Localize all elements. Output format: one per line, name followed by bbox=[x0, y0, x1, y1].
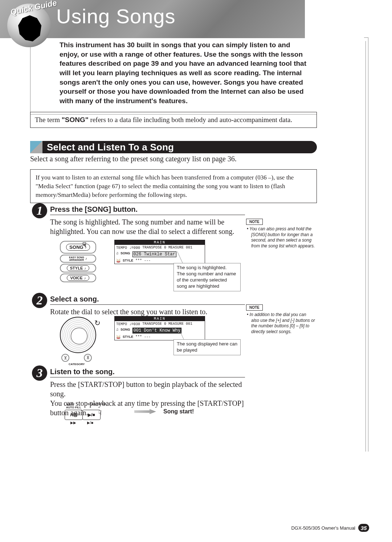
lcd1-tempo: TEMPO ♩=090 bbox=[116, 246, 140, 250]
intro-paragraph: This instrument has 30 built in songs th… bbox=[30, 37, 317, 114]
term-word: "SONG" bbox=[62, 116, 89, 124]
external-song-note-box: If you want to listen to an external son… bbox=[30, 169, 317, 203]
lcd2-song-label: SONG bbox=[121, 328, 130, 333]
section-intro-text: Select a song after referring to the pre… bbox=[30, 155, 317, 163]
rotate-arrow-icon: ↻ bbox=[94, 319, 101, 327]
main-autofill-label: MAIN/ AUTO FILL bbox=[66, 403, 81, 409]
song-button: SONG ♪ ☟ bbox=[60, 241, 96, 254]
lcd-display-1: MAIN TEMPO ♩=090 TRANSPOSE 0 MEASURE 001… bbox=[114, 240, 205, 264]
step-number-2: 2 bbox=[32, 293, 47, 308]
hand-pointer-icon: ☟ bbox=[82, 241, 86, 249]
section-header-bar: Select and Listen To a Song bbox=[30, 141, 317, 153]
step-3-title: Listen to the song. bbox=[50, 368, 245, 377]
page-border bbox=[364, 37, 368, 452]
step-1-body: The song is highlighted. The song number… bbox=[50, 217, 246, 236]
note-box-2: NOTE In addition to the dial you can als… bbox=[246, 304, 315, 335]
dial-disc bbox=[60, 317, 96, 353]
lcd1-transpose: TRANSPOSE 0 bbox=[142, 246, 166, 250]
step-1-title: Press the [SONG] button. bbox=[50, 205, 245, 215]
hand-pointer-icon: ☟ bbox=[98, 409, 102, 417]
lcd2-header: MAIN bbox=[115, 316, 205, 321]
lcd2-style-value: *** --- bbox=[135, 335, 151, 339]
category-label: CATEGORY bbox=[69, 363, 85, 366]
panel-buttons-illustration: SONG ♪ ☟ EASY SONG ARRANGER♪ STYLE ♪ VOI… bbox=[60, 240, 96, 283]
style-button: STYLE ♪ bbox=[60, 264, 96, 272]
callout-1: The song is highlighted. The song number… bbox=[173, 263, 241, 291]
term-definition-box: The term "SONG" refers to a data file in… bbox=[30, 112, 317, 128]
note-icon: ♫ bbox=[116, 251, 118, 257]
section-diamond-icon bbox=[30, 141, 42, 153]
lcd2-style-label: STYLE bbox=[123, 335, 133, 339]
lcd1-style-label: STYLE bbox=[123, 259, 133, 263]
ab-button: A/B bbox=[65, 410, 83, 420]
style-icon: 🥁 bbox=[116, 259, 121, 263]
note-1-text: You can also press and hold the [SONG] b… bbox=[251, 226, 315, 249]
note-box-1: NOTE You can also press and hold the [SO… bbox=[246, 219, 315, 249]
lcd1-header: MAIN bbox=[115, 240, 205, 245]
page-number: 35 bbox=[358, 524, 369, 532]
ff-icon: ▶▶ bbox=[70, 421, 76, 425]
manual-title: DGX-505/305 Owner's Manual bbox=[291, 525, 355, 531]
control-panel-illustration: MAIN/ AUTO FILL START/STOP A/B ▶/■ ▶▶ ▶/… bbox=[65, 403, 106, 425]
term-suffix: refers to a data file including both mel… bbox=[89, 116, 292, 124]
style-icon: 🥁 bbox=[116, 335, 121, 339]
section-title: Select and Listen To a Song bbox=[47, 142, 174, 153]
dial-illustration: ↻ ⊻ ⊼ CATEGORY bbox=[60, 317, 103, 360]
step-2-title: Select a song. bbox=[50, 295, 245, 305]
category-down-button: ⊻ bbox=[61, 354, 69, 362]
category-up-button: ⊼ bbox=[84, 354, 92, 362]
callout-2: The song displayed here can be played bbox=[173, 339, 241, 355]
play-stop-icon: ▶/■ bbox=[87, 421, 93, 425]
lcd-display-2: MAIN TEMPO ♩=038 TRANSPOSE 0 MEASURE 001… bbox=[114, 316, 205, 340]
lcd2-tempo: TEMPO ♩=038 bbox=[116, 322, 140, 326]
easy-song-arranger-button: EASY SONG ARRANGER♪ bbox=[60, 255, 96, 263]
note-label: NOTE bbox=[246, 219, 263, 225]
start-stop-label: START/STOP bbox=[88, 403, 106, 409]
note-2-text: In addition to the dial you can also use… bbox=[251, 312, 315, 335]
song-button-label: SONG bbox=[69, 244, 83, 250]
term-prefix: The term bbox=[35, 116, 62, 124]
note-icon: ♫ bbox=[116, 328, 118, 333]
note-label: NOTE bbox=[246, 304, 263, 311]
lcd2-measure: MEASURE 001 bbox=[168, 322, 192, 326]
voice-button: VOICE ♪ bbox=[60, 274, 96, 282]
step-number-1: 1 bbox=[32, 203, 47, 218]
lcd1-song-label: SONG bbox=[121, 251, 130, 257]
lcd1-style-value: *** --- bbox=[135, 259, 151, 263]
step-number-3: 3 bbox=[32, 365, 47, 381]
page-title: Using Songs bbox=[56, 4, 176, 28]
lcd1-measure: MEASURE 001 bbox=[168, 246, 192, 250]
page-border-inner bbox=[366, 41, 366, 452]
song-start-label: Song start! bbox=[163, 408, 194, 415]
lcd2-transpose: TRANSPOSE 0 bbox=[142, 322, 166, 326]
page-footer: DGX-505/305 Owner's Manual 35 bbox=[291, 524, 369, 532]
step-2-body: Rotate the dial to select the song you w… bbox=[50, 307, 246, 316]
